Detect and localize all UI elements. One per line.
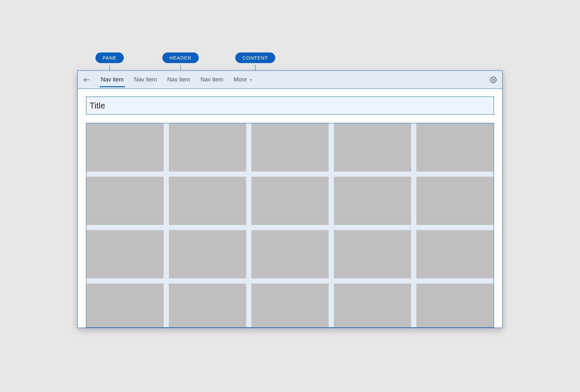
callout-pane: PANE [95,52,124,63]
page-title: Title [90,101,105,111]
grid-tile[interactable] [334,230,411,278]
grid-tile[interactable] [334,123,411,172]
grid-tile[interactable] [86,177,164,225]
back-button[interactable] [78,71,96,89]
app-window: Nav itemNav itemNav itemNav itemMore Tit… [77,70,503,328]
grid-tile[interactable] [251,284,329,328]
grid-tile[interactable] [334,284,411,328]
grid-tile[interactable] [416,123,494,172]
grid-tile[interactable] [169,284,246,328]
nav-items: Nav itemNav itemNav itemNav itemMore [96,71,484,89]
grid-tile[interactable] [169,123,246,172]
nav-item-0[interactable]: Nav item [96,71,129,89]
grid-tile[interactable] [86,284,164,328]
grid-tile[interactable] [169,230,246,278]
callout-content: CONTENT [235,52,275,63]
nav-item-1[interactable]: Nav item [129,71,162,89]
diagram-stage: PANE HEADER CONTENT Nav itemNav itemNav … [77,51,503,341]
grid-tile[interactable] [86,230,164,278]
grid-tile[interactable] [416,230,494,278]
grid-tile[interactable] [251,123,329,172]
gear-icon [490,76,497,83]
nav-item-label: Nav item [134,76,157,83]
nav-item-label: More [234,76,247,83]
callout-row: PANE HEADER CONTENT [77,51,503,66]
grid-tile[interactable] [416,177,494,225]
grid-tile[interactable] [86,123,164,172]
content-grid [86,123,494,327]
page-body: Title [78,89,502,328]
back-arrow-icon [83,76,90,83]
nav-item-label: Nav item [101,76,124,83]
nav-item-4[interactable]: More [228,71,258,89]
callout-header: HEADER [162,52,199,63]
grid-tile[interactable] [334,177,411,225]
grid-tile[interactable] [251,230,329,278]
grid-tile[interactable] [251,177,329,225]
header-region: Title [86,97,494,115]
pane-region: Nav itemNav itemNav itemNav itemMore [78,71,502,89]
nav-item-label: Nav item [200,76,223,83]
chevron-down-icon [249,78,253,82]
grid-tile[interactable] [416,284,494,328]
nav-item-2[interactable]: Nav item [162,71,195,89]
nav-item-3[interactable]: Nav item [195,71,228,89]
svg-point-1 [492,79,494,81]
nav-item-label: Nav item [167,76,190,83]
settings-button[interactable] [484,71,502,89]
grid-tile[interactable] [169,177,246,225]
content-region [86,123,494,328]
